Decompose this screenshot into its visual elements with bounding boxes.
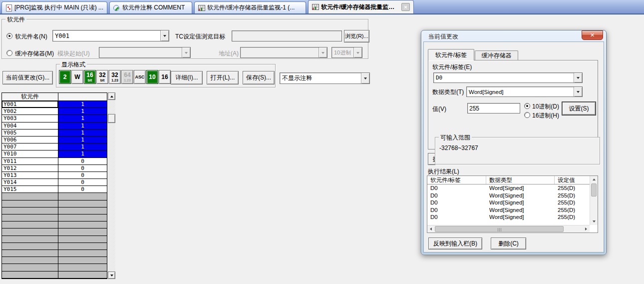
format-button-2[interactable]: 2 <box>59 70 71 84</box>
tc-target-input[interactable] <box>232 30 342 42</box>
device-cell-Y007[interactable]: Y007 <box>2 144 58 150</box>
dialog-device-combo[interactable]: D0 <box>433 72 583 83</box>
value-cell-Y001[interactable]: 1 <box>58 101 107 108</box>
device-cell-empty[interactable] <box>2 250 58 257</box>
value-cell-Y002[interactable]: 1 <box>58 108 107 115</box>
result-row-0[interactable]: D0Word[Signed]255(D) <box>427 184 598 192</box>
detail-button[interactable]: 详细(I)... <box>171 71 203 84</box>
decimal-radio[interactable] <box>524 103 530 109</box>
device-cell-empty[interactable] <box>2 264 58 271</box>
format-button-w[interactable]: W <box>71 70 83 84</box>
browse-button[interactable]: 浏览(R)... <box>344 30 369 42</box>
device-name-radio[interactable] <box>6 33 12 39</box>
device-cell-Y013[interactable]: Y013 <box>2 172 58 179</box>
value-cell-Y004[interactable]: 1 <box>58 122 107 130</box>
result-col-datatype-header[interactable]: 数据类型 <box>486 176 555 184</box>
device-cell-Y015[interactable]: Y015 <box>2 186 58 193</box>
value-cell-Y013[interactable]: 0 <box>58 172 107 179</box>
tab-device-comment[interactable]: 软元件注释 COMMENT <box>109 2 192 14</box>
address-base-combo[interactable]: 10进制 <box>331 47 362 58</box>
device-cell-Y004[interactable]: Y004 <box>2 122 58 130</box>
scroll-down-button[interactable] <box>590 218 598 225</box>
reflect-to-input-button[interactable]: 反映到输入栏(B) <box>428 238 482 250</box>
dropdown-arrow-icon[interactable] <box>160 30 169 41</box>
scroll-thumb[interactable] <box>435 226 564 232</box>
value-cell-empty[interactable] <box>58 228 107 236</box>
device-cell-empty[interactable] <box>2 236 58 243</box>
device-cell-Y001[interactable]: Y001 <box>2 101 58 108</box>
dropdown-arrow-icon[interactable] <box>574 73 582 82</box>
value-cell-Y015[interactable]: 0 <box>58 186 107 193</box>
module-start-combo[interactable] <box>99 47 191 58</box>
format-button-asc[interactable]: ASC <box>134 70 146 84</box>
tab-buffer-memory[interactable]: 缓冲存储器 <box>475 50 518 60</box>
dialog-close-button[interactable]: ✕ <box>582 30 603 40</box>
value-cell-Y003[interactable]: 1 <box>58 115 107 122</box>
datatype-combo[interactable]: Word[Signed] <box>466 86 583 97</box>
value-cell-empty[interactable] <box>58 208 107 214</box>
value-cell-empty[interactable] <box>58 214 107 222</box>
comment-display-combo[interactable]: 不显示注释 <box>280 72 370 84</box>
value-cell-Y005[interactable]: 1 <box>58 130 107 136</box>
dropdown-arrow-icon[interactable] <box>574 87 582 96</box>
value-cell-Y011[interactable]: 0 <box>58 158 107 165</box>
delete-button[interactable]: 删除(C) <box>491 238 526 250</box>
result-row-3[interactable]: D0Word[Signed]255(D) <box>427 206 598 214</box>
value-cell-empty[interactable] <box>58 264 107 271</box>
device-cell-Y014[interactable]: Y014 <box>2 179 58 186</box>
scroll-down-button[interactable] <box>108 272 115 279</box>
device-cell-Y006[interactable]: Y006 <box>2 136 58 144</box>
open-button[interactable]: 打开(L)... <box>207 71 239 84</box>
monitor-table-scrollbar[interactable] <box>108 92 115 279</box>
device-name-combo[interactable]: Y001 <box>52 30 169 42</box>
value-cell-Y006[interactable]: 1 <box>58 136 107 144</box>
device-cell-empty[interactable] <box>2 214 58 222</box>
format-button-10[interactable]: 10 <box>146 70 158 84</box>
dropdown-arrow-icon[interactable] <box>361 73 369 84</box>
device-cell-Y010[interactable]: Y010 <box>2 150 58 158</box>
format-button-32-1_23[interactable]: 321.23 <box>109 70 121 84</box>
set-button[interactable]: 设置(S) <box>562 102 596 115</box>
value-cell-empty[interactable] <box>58 236 107 243</box>
value-cell-empty[interactable] <box>58 243 107 250</box>
scroll-thumb[interactable] <box>591 184 597 196</box>
device-cell-Y012[interactable]: Y012 <box>2 165 58 172</box>
device-cell-Y003[interactable]: Y003 <box>2 115 58 122</box>
result-col-device-header[interactable]: 软元件/标签 <box>427 176 486 184</box>
result-row-4[interactable]: D0Word[Signed]255(D) <box>427 214 598 221</box>
device-cell-empty[interactable] <box>2 228 58 236</box>
value-cell-empty[interactable] <box>58 250 107 257</box>
tab-close-button[interactable]: × <box>401 3 410 11</box>
format-button-16-bit[interactable]: 16bit <box>84 70 96 84</box>
device-cell-empty[interactable] <box>2 257 58 264</box>
result-list-vertical-scrollbar[interactable] <box>590 176 598 225</box>
scroll-up-button[interactable] <box>590 176 598 183</box>
device-cell-Y005[interactable]: Y005 <box>2 130 58 136</box>
result-list-horizontal-scrollbar[interactable] <box>427 225 590 232</box>
value-cell-Y012[interactable]: 0 <box>58 165 107 172</box>
tab-prg-monitor-main[interactable]: [PRG]监视 执行中 MAIN (只读) ... <box>1 2 107 14</box>
tab-device-label[interactable]: 软元件/标签 <box>428 49 474 60</box>
hexadecimal-radio[interactable] <box>524 112 530 118</box>
scroll-thumb[interactable] <box>108 114 115 123</box>
value-cell-Y007[interactable]: 1 <box>58 144 107 150</box>
scroll-left-button[interactable] <box>427 226 434 232</box>
device-cell-empty[interactable] <box>2 243 58 250</box>
device-cell-empty[interactable] <box>2 193 58 200</box>
device-cell-empty[interactable] <box>2 272 58 278</box>
result-col-setvalue-header[interactable]: 设定值 <box>555 176 589 184</box>
save-button[interactable]: 保存(S)... <box>243 71 275 84</box>
buffer-memory-radio[interactable] <box>6 50 12 56</box>
current-value-change-button[interactable]: 当前值更改(G)... <box>2 71 53 84</box>
device-cell-empty[interactable] <box>2 200 58 208</box>
format-button-16[interactable]: 16 <box>159 70 171 84</box>
scroll-up-button[interactable] <box>108 92 115 100</box>
scroll-right-button[interactable] <box>583 226 590 232</box>
tab-batch-monitor-2[interactable]: 软元件/缓冲存储器批量监视-... × <box>308 0 414 14</box>
value-cell-Y010[interactable]: 1 <box>58 150 107 158</box>
value-input[interactable]: 255 <box>467 103 520 114</box>
value-cell-empty[interactable] <box>58 193 107 200</box>
value-cell-empty[interactable] <box>58 200 107 208</box>
result-row-2[interactable]: D0Word[Signed]255(D) <box>427 199 598 206</box>
result-row-1[interactable]: D0Word[Signed]255(D) <box>427 192 598 200</box>
